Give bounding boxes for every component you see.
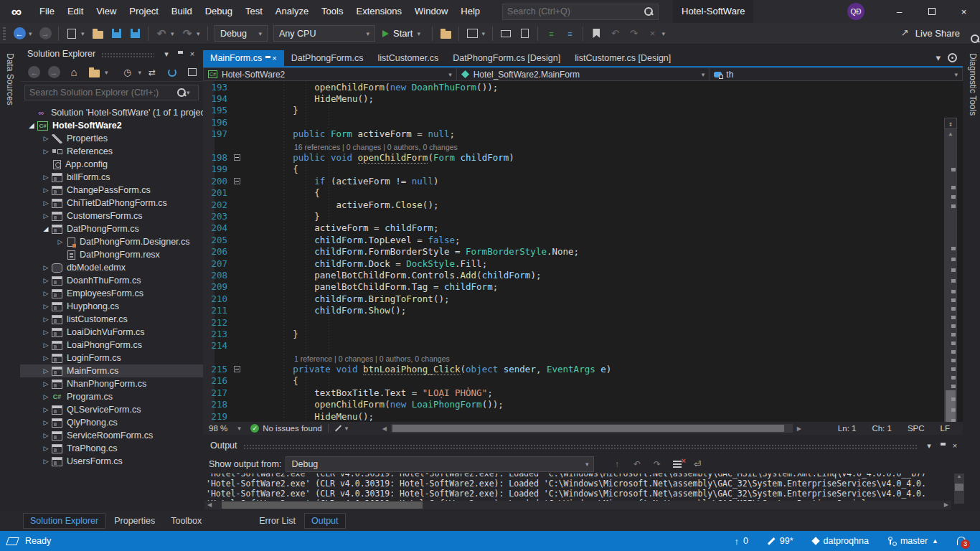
tab-list-dropdown[interactable]: ▾ <box>936 52 941 63</box>
data-sources-vertical-tab[interactable]: Data Sources <box>5 44 15 105</box>
sync-with-active-document-icon[interactable]: ⇄ <box>143 64 161 81</box>
menu-debug[interactable]: Debug <box>199 0 239 23</box>
expanded-arrow-icon[interactable]: ◢ <box>26 122 37 129</box>
window-layout-dropdown[interactable]: ▾ <box>481 30 489 37</box>
new-item-dropdown[interactable]: ▾ <box>81 30 88 37</box>
live-share-button[interactable]: Live Share <box>901 28 960 39</box>
scrollbar-thumb[interactable] <box>955 484 963 491</box>
tree-item-datphongform-resx[interactable]: DatPhongForm.resx <box>20 248 203 261</box>
editor-vertical-scrollbar[interactable]: ⇕ ▲ <box>944 118 957 422</box>
collapsed-arrow-icon[interactable]: ▷ <box>40 329 52 336</box>
tree-item-serviceroomform-cs[interactable]: ▷ServiceRoomForm.cs <box>20 429 203 442</box>
editor-tab-datphongform-cs[interactable]: DatPhongForm.cs <box>284 50 371 66</box>
bookmarks-overflow-dropdown[interactable]: ▾ <box>661 30 669 37</box>
editor-horizontal-scrollbar[interactable] <box>391 424 793 433</box>
collapsed-arrow-icon[interactable]: ▷ <box>40 445 52 452</box>
collapsed-arrow-icon[interactable]: ▷ <box>40 406 52 413</box>
collapsed-arrow-icon[interactable]: ▷ <box>40 277 52 284</box>
navigate-back-dropdown[interactable]: ▾ <box>29 30 36 37</box>
search-input[interactable] <box>507 6 644 17</box>
close-icon[interactable]: × <box>186 50 199 58</box>
collapsed-arrow-icon[interactable]: ▷ <box>40 303 52 310</box>
output-source-dropdown[interactable]: Debug ▾ <box>286 456 594 472</box>
collapsed-arrow-icon[interactable]: ▷ <box>40 432 52 439</box>
incoming-commits-indicator[interactable]: ↑ 0 <box>734 536 748 547</box>
notifications-button[interactable]: 3 <box>957 537 966 545</box>
account-avatar[interactable]: QĐ <box>847 3 864 20</box>
type-dropdown[interactable]: Hotel_SoftWare2.MainForm ▾ <box>457 67 710 81</box>
forward-icon[interactable]: → <box>45 64 62 81</box>
tree-item-app-config[interactable]: App.config <box>20 158 203 171</box>
tree-item-doanhthuform-cs[interactable]: ▷DoanhThuForm.cs <box>20 274 203 287</box>
solution-configuration-dropdown[interactable]: Debug ▾ <box>215 25 268 42</box>
tree-item-chitietdatphongform-cs[interactable]: ▷ChiTietDatPhongForm.cs <box>20 197 203 209</box>
tree-item-program-cs[interactable]: ▷C#Program.cs <box>20 390 203 403</box>
tree-item-loginform-cs[interactable]: ▷LoginForm.cs <box>20 352 203 364</box>
redo-button[interactable]: ↷ <box>179 25 196 42</box>
scrollbar-thumb[interactable] <box>946 390 956 422</box>
branch-picker[interactable]: master ▲ <box>887 536 938 546</box>
select-to-cursor-button[interactable] <box>497 25 514 42</box>
solution-node[interactable]: ∞ Solution 'Hotel-SoftWare' (1 of 1 proj… <box>20 106 203 119</box>
collapsed-arrow-icon[interactable]: ▷ <box>40 367 52 375</box>
solution-explorer-home-button[interactable] <box>463 25 481 42</box>
output-header[interactable]: Output ▾ × <box>203 436 966 455</box>
repository-picker[interactable]: datproqhna <box>812 536 869 546</box>
refresh-icon[interactable] <box>164 64 181 81</box>
tree-item-nhanphongform-cs[interactable]: ▷NhanPhongForm.cs <box>20 377 203 390</box>
scrollbar-thumb[interactable] <box>222 501 423 509</box>
menu-help[interactable]: Help <box>454 0 486 23</box>
collapsed-arrow-icon[interactable]: ▷ <box>40 354 52 362</box>
collapsed-arrow-icon[interactable]: ▷ <box>40 148 52 155</box>
scrollbar-thumb[interactable] <box>392 425 784 432</box>
clear-all-icon[interactable] <box>669 457 684 471</box>
pending-changes-filter-icon[interactable]: ◷ <box>119 64 136 81</box>
tree-item-customersform-cs[interactable]: ▷CustomersForm.cs <box>20 209 203 222</box>
tree-item-qlserviceform-cs[interactable]: ▷QLServiceForm.cs <box>20 403 203 416</box>
prev-bookmark-button[interactable]: ↶ <box>606 25 623 42</box>
comment-out-button[interactable]: ≡ <box>542 25 560 42</box>
filter-dropdown[interactable]: ▾ <box>138 69 142 76</box>
tree-item-traphong-cs[interactable]: ▷TraPhong.cs <box>20 442 203 455</box>
undo-dropdown[interactable]: ▾ <box>171 30 178 37</box>
collapsed-arrow-icon[interactable]: ▷ <box>40 342 52 349</box>
undo-button[interactable]: ↶ <box>153 25 170 42</box>
search-icon[interactable] <box>176 88 187 98</box>
chevron-down-icon[interactable]: ▾ <box>923 441 936 451</box>
codelens-indicator[interactable]: 16 references | 0 changes | 0 authors, 0… <box>203 140 942 151</box>
tree-item-dbmodel-edmx[interactable]: ▷dbModel.edmx <box>20 261 203 274</box>
tree-item-datphongform-designer-cs[interactable]: ▷DatPhongForm.Designer.cs <box>20 235 203 248</box>
find-in-files-button[interactable] <box>437 25 454 42</box>
close-icon[interactable]: × <box>948 441 961 450</box>
tree-item-references[interactable]: ▷References <box>20 145 203 158</box>
panel-tab-solution-explorer[interactable]: Solution Explorer <box>23 513 105 529</box>
collapsed-arrow-icon[interactable]: ▷ <box>40 316 52 323</box>
restore-button[interactable] <box>915 0 948 23</box>
panel-tab-toolbox[interactable]: Toolbox <box>164 513 209 529</box>
open-file-button[interactable] <box>89 25 106 42</box>
back-icon[interactable]: → <box>25 64 42 81</box>
redo-dropdown[interactable]: ▾ <box>197 30 204 37</box>
solution-search-input[interactable] <box>29 88 176 98</box>
diagnostic-tools-vertical-tab[interactable]: Diagnostic Tools <box>968 44 978 116</box>
tree-item-properties[interactable]: ▷Properties <box>20 132 203 145</box>
clear-bookmarks-button[interactable]: × <box>644 25 661 42</box>
start-debugging-button[interactable]: Start ▾ <box>378 25 428 42</box>
save-button[interactable] <box>108 25 125 42</box>
editor-tab-listcustomer-cs-design[interactable]: listCustomer.cs [Design] <box>567 50 678 66</box>
menu-view[interactable]: View <box>90 0 123 23</box>
navigate-forward-button[interactable]: → <box>37 25 54 42</box>
tree-item-huyphong-cs[interactable]: ▷Huyphong.cs <box>20 300 203 313</box>
next-bookmark-button[interactable]: ↷ <box>625 25 642 42</box>
health-label[interactable]: No issues found <box>263 424 321 433</box>
tree-item-loaidichvuform-cs[interactable]: ▷LoaiDichVuForm.cs <box>20 326 203 339</box>
zoom-dropdown[interactable]: 98 % ▾ <box>203 424 250 433</box>
tree-item-mainform-cs[interactable]: ▷MainForm.cs <box>20 364 203 377</box>
close-icon[interactable]: × <box>272 54 276 62</box>
editor-tab-datphongform-cs-design[interactable]: DatPhongForm.cs [Design] <box>446 50 567 66</box>
scroll-right-arrow[interactable]: ▶ <box>796 425 803 432</box>
minimize-button[interactable]: – <box>883 0 915 23</box>
output-log[interactable]: 'Hotel-SoftWare2.exe' (CLR v4.0.30319: H… <box>206 474 953 502</box>
scroll-left-arrow[interactable]: ◀ <box>206 501 213 508</box>
tree-item-changepassform-cs[interactable]: ▷ChangePassForm.cs <box>20 184 203 197</box>
